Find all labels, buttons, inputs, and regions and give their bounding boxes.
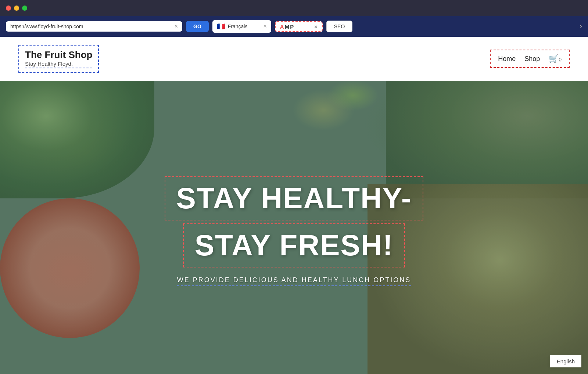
logo-subtitle: Stay Healthy Floyd. bbox=[25, 61, 92, 68]
traffic-light-yellow[interactable] bbox=[14, 6, 19, 11]
url-bar[interactable]: × bbox=[6, 21, 182, 32]
hero-content: STAY HEALTHY- STAY FRESH! WE PROVIDE DEL… bbox=[0, 81, 588, 374]
hero-title-line1-wrapper: STAY HEALTHY- bbox=[165, 176, 424, 220]
website-content: The Fruit Shop Stay Healthy Floyd. Home … bbox=[0, 37, 588, 374]
nav-home-link[interactable]: Home bbox=[498, 55, 516, 63]
cart-icon[interactable]: 🛒0 bbox=[549, 54, 562, 64]
language-clear-button[interactable]: × bbox=[263, 23, 266, 30]
language-text: Français bbox=[228, 24, 261, 29]
site-navigation: Home Shop 🛒0 bbox=[490, 50, 570, 68]
amp-letter-a: A bbox=[280, 24, 284, 30]
nav-shop-link[interactable]: Shop bbox=[524, 55, 540, 63]
amp-letter-m: M bbox=[285, 24, 290, 30]
site-header: The Fruit Shop Stay Healthy Floyd. Home … bbox=[0, 37, 588, 81]
url-clear-button[interactable]: × bbox=[175, 24, 178, 29]
url-input[interactable] bbox=[10, 24, 172, 29]
hero-section: STAY HEALTHY- STAY FRESH! WE PROVIDE DEL… bbox=[0, 81, 588, 374]
window-chrome bbox=[0, 0, 588, 16]
hero-title-line1: STAY HEALTHY- bbox=[176, 182, 412, 215]
cart-count: 0 bbox=[559, 57, 562, 62]
amp-letter-p: P bbox=[290, 24, 294, 30]
traffic-light-green[interactable] bbox=[22, 6, 27, 11]
traffic-light-red[interactable] bbox=[6, 6, 11, 11]
logo-title: The Fruit Shop bbox=[25, 49, 92, 61]
language-selector[interactable]: 🇫🇷 Français × bbox=[212, 20, 271, 33]
seo-button[interactable]: SEO bbox=[326, 21, 353, 32]
hero-title-line2: STAY FRESH! bbox=[195, 229, 394, 262]
flag-icon: 🇫🇷 bbox=[217, 22, 225, 30]
hero-title-line2-wrapper: STAY FRESH! bbox=[183, 223, 405, 267]
hero-subtitle: WE PROVIDE DELICIOUS AND HEALTHY LUNCH O… bbox=[177, 276, 411, 284]
go-button[interactable]: GO bbox=[186, 21, 209, 32]
browser-toolbar: × GO 🇫🇷 Français × A M P × SEO › bbox=[0, 16, 588, 37]
amp-badge: A M P × bbox=[275, 21, 323, 32]
toolbar-arrow-icon[interactable]: › bbox=[580, 22, 582, 31]
hero-subtitle-wrapper: WE PROVIDE DELICIOUS AND HEALTHY LUNCH O… bbox=[177, 276, 411, 286]
site-logo[interactable]: The Fruit Shop Stay Healthy Floyd. bbox=[18, 45, 99, 73]
language-badge[interactable]: English bbox=[550, 355, 581, 367]
amp-clear-button[interactable]: × bbox=[314, 24, 318, 30]
